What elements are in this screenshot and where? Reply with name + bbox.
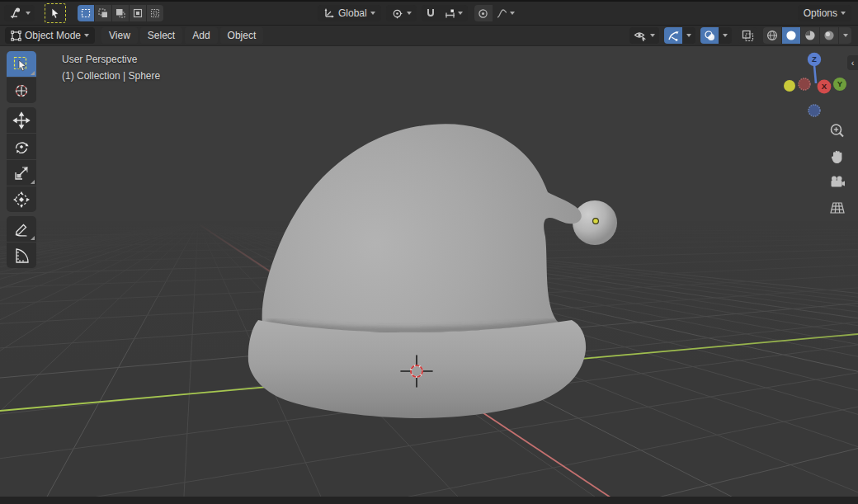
scale-icon <box>12 164 31 182</box>
select-mode-invert-button[interactable] <box>130 5 146 21</box>
chevron-left-icon: ‹ <box>851 58 855 68</box>
select-mode-subtract-button[interactable] <box>112 5 129 21</box>
chevron-down-icon <box>841 12 846 15</box>
tool-select-box[interactable] <box>7 51 36 77</box>
select-mode-extend-button[interactable] <box>95 5 111 21</box>
shading-dropdown[interactable] <box>839 27 851 44</box>
chevron-down-icon <box>723 34 728 37</box>
active-tool-indicator[interactable] <box>45 3 66 23</box>
viewport-header-top: Global <box>0 0 858 26</box>
object-origin-dot <box>593 219 599 224</box>
menu-add-label: Add <box>192 30 210 41</box>
chevron-down-icon <box>26 12 31 15</box>
menu-object-label: Object <box>228 30 257 41</box>
chevron-down-icon <box>843 34 848 37</box>
subtool-corner <box>31 180 35 184</box>
chevron-down-icon <box>84 34 89 37</box>
axis-ball-neg-z[interactable] <box>808 105 820 116</box>
menu-select-label: Select <box>148 30 175 41</box>
visibility-eye-icon <box>634 30 647 41</box>
shading-material-icon <box>804 30 816 41</box>
tool-scale[interactable] <box>7 160 36 186</box>
gizmo-dropdown[interactable] <box>682 27 695 44</box>
orientation-axes-icon <box>323 7 335 19</box>
sidebar-collapse-tab[interactable]: ‹ <box>847 55 858 70</box>
z-axis-stem <box>814 65 816 83</box>
toggle-ortho-button[interactable] <box>828 199 846 217</box>
context-breadcrumb-text: (1) Collection | Sphere <box>62 68 160 84</box>
shading-solid-button[interactable] <box>782 27 800 44</box>
measure-icon <box>12 247 31 265</box>
menu-select[interactable]: Select <box>140 27 182 44</box>
editor-type-dropdown[interactable] <box>4 5 35 21</box>
navigation-gizmo[interactable]: Z Y X <box>776 45 854 124</box>
snap-toggle-button[interactable] <box>422 5 440 21</box>
overlays-icon <box>704 30 716 42</box>
menu-object[interactable]: Object <box>220 27 264 44</box>
pivot-point-dropdown[interactable] <box>386 5 417 21</box>
overlays-dropdown[interactable] <box>719 27 732 44</box>
toolbar <box>7 51 36 268</box>
xray-toggle[interactable] <box>738 27 757 44</box>
pan-button[interactable] <box>828 148 846 166</box>
proportional-edit-icon <box>478 8 488 19</box>
chevron-down-icon <box>407 12 412 15</box>
active-tool-cursor-icon <box>50 7 61 19</box>
3d-viewport-canvas[interactable] <box>0 45 858 497</box>
options-dropdown[interactable]: Options <box>798 5 851 21</box>
select-mode-segmented <box>78 5 163 21</box>
menu-view[interactable]: View <box>101 27 138 44</box>
viewport-info-text: User Perspective (1) Collection | Sphere <box>62 51 160 84</box>
axis-y-label: Y <box>837 79 843 88</box>
snap-target-dropdown[interactable] <box>440 5 468 21</box>
select-mode-invert-icon <box>133 8 143 18</box>
pan-hand-icon <box>832 151 842 163</box>
zoom-button[interactable] <box>828 122 846 140</box>
axis-z-label: Z <box>812 54 817 64</box>
overlays-group <box>700 27 732 44</box>
select-mode-subtract-icon <box>116 8 125 18</box>
axis-ball-neg-y[interactable] <box>784 80 795 92</box>
tool-measure[interactable] <box>7 243 36 268</box>
shading-rendered-icon <box>823 30 835 41</box>
tool-rotate[interactable] <box>7 134 36 159</box>
tool-cursor[interactable] <box>7 78 36 103</box>
shading-solid-icon <box>785 30 797 41</box>
gizmo-icon <box>667 30 680 42</box>
tool-move[interactable] <box>7 107 36 133</box>
select-mode-intersect-button[interactable] <box>147 5 163 21</box>
transform-orientation-dropdown[interactable]: Global <box>318 5 381 21</box>
shading-wireframe-button[interactable] <box>763 27 781 44</box>
shading-rendered-button[interactable] <box>820 27 838 44</box>
options-label: Options <box>804 7 837 19</box>
overlays-toggle[interactable] <box>700 27 719 44</box>
proportional-edit-toggle[interactable] <box>474 5 493 21</box>
camera-view-button[interactable] <box>828 173 846 191</box>
proportional-group <box>474 5 519 21</box>
shading-segmented <box>763 27 851 44</box>
shading-wireframe-icon <box>766 30 778 41</box>
mode-dropdown[interactable]: Object Mode <box>5 27 95 44</box>
orientation-label: Global <box>338 7 367 19</box>
viewport-header-tools: Object Mode View Select Add Object <box>0 26 858 46</box>
blender-window: Global <box>0 0 858 504</box>
snap-pivot-cluster: Global <box>318 5 519 21</box>
gizmo-toggle[interactable] <box>664 27 682 44</box>
axis-ball-neg-x[interactable] <box>799 78 810 90</box>
tool-transform[interactable] <box>7 186 36 212</box>
xray-icon <box>742 30 754 42</box>
select-box-icon <box>12 55 31 73</box>
select-mode-new-button[interactable] <box>78 5 94 21</box>
shading-material-button[interactable] <box>801 27 819 44</box>
visibility-group[interactable] <box>629 27 659 44</box>
menu-add[interactable]: Add <box>185 27 217 44</box>
falloff-dropdown[interactable] <box>493 5 519 21</box>
tool-annotate[interactable] <box>7 216 36 242</box>
toggle-ortho-grid-icon <box>831 203 844 213</box>
rotate-icon <box>12 138 31 156</box>
select-mode-extend-icon <box>98 8 108 18</box>
snap-group <box>422 5 468 21</box>
mode-label: Object Mode <box>25 30 81 41</box>
snap-magnet-icon <box>425 7 436 19</box>
subtool-corner <box>31 71 35 75</box>
